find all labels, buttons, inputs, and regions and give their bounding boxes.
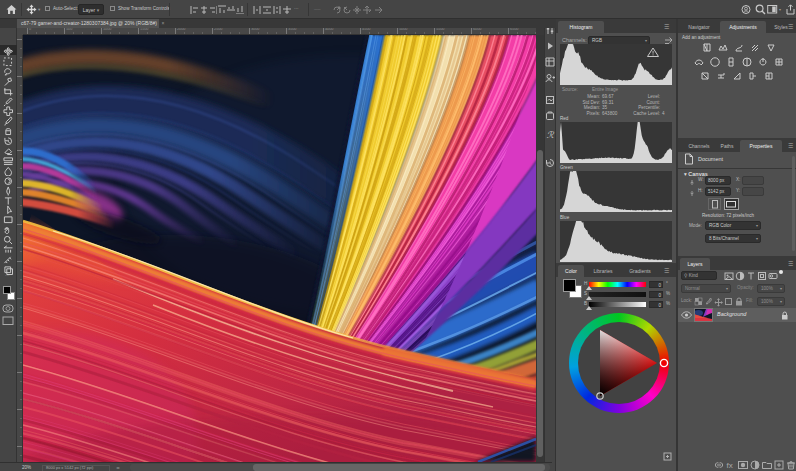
svg-text:ℛ: ℛ xyxy=(547,130,555,140)
svg-text:fx: fx xyxy=(727,461,733,470)
